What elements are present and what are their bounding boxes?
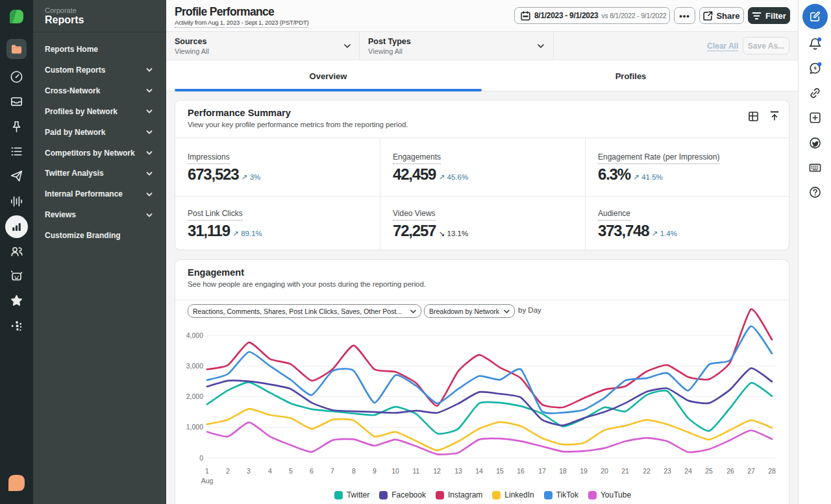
svg-text:7: 7 (330, 467, 334, 475)
svg-text:2,000: 2,000 (186, 392, 203, 400)
svg-text:25: 25 (705, 467, 713, 475)
svg-text:15: 15 (496, 467, 504, 475)
svg-text:24: 24 (684, 467, 692, 475)
svg-text:9: 9 (373, 467, 377, 475)
svg-text:2: 2 (226, 467, 230, 475)
svg-text:13: 13 (454, 467, 462, 475)
svg-text:0: 0 (199, 454, 203, 462)
svg-text:4,000: 4,000 (186, 331, 203, 339)
svg-text:27: 27 (747, 467, 755, 475)
svg-text:1: 1 (205, 467, 209, 475)
svg-text:23: 23 (664, 467, 671, 475)
svg-text:10: 10 (391, 467, 399, 475)
svg-text:28: 28 (768, 467, 776, 475)
svg-text:8: 8 (352, 467, 356, 475)
svg-text:19: 19 (580, 467, 588, 475)
svg-text:16: 16 (517, 467, 525, 475)
svg-text:17: 17 (538, 467, 546, 475)
svg-text:3: 3 (247, 467, 251, 475)
svg-text:22: 22 (643, 467, 651, 475)
svg-text:5: 5 (289, 467, 293, 475)
svg-text:18: 18 (559, 467, 567, 475)
svg-text:11: 11 (413, 467, 420, 475)
svg-text:20: 20 (601, 467, 608, 475)
svg-text:3,000: 3,000 (186, 362, 203, 370)
svg-text:6: 6 (310, 467, 314, 475)
svg-text:26: 26 (726, 467, 734, 475)
svg-text:12: 12 (433, 467, 441, 475)
svg-text:21: 21 (621, 467, 629, 475)
svg-text:Aug: Aug (201, 477, 214, 485)
svg-text:4: 4 (268, 467, 272, 475)
svg-text:14: 14 (475, 467, 483, 475)
svg-text:1,000: 1,000 (186, 423, 203, 431)
